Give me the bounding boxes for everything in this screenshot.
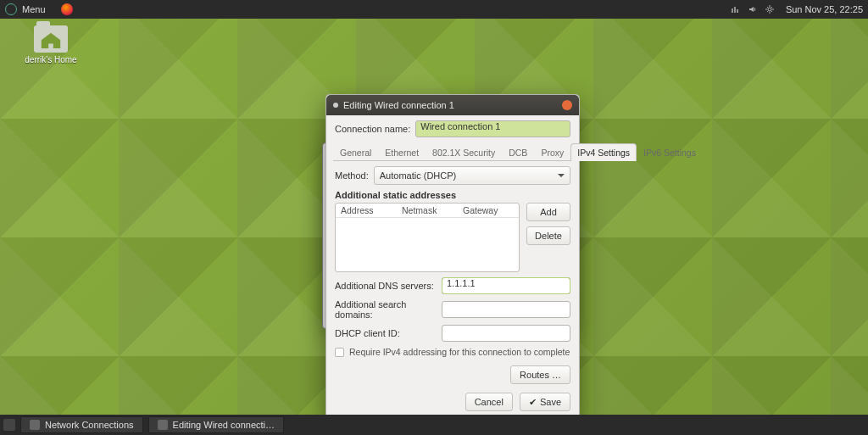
tabs: General Ethernet 802.1X Security DCB Pro… (333, 142, 572, 161)
tab-general[interactable]: General (333, 143, 378, 161)
dialog-titlebar[interactable]: Editing Wired connection 1 (326, 95, 579, 115)
require-ipv4-label: Require IPv4 addressing for this connect… (349, 347, 570, 357)
show-desktop-button[interactable] (3, 419, 15, 431)
dialog-title: Editing Wired connection 1 (343, 100, 454, 110)
task-label: Network Connections (45, 420, 134, 430)
network-tray-icon[interactable] (730, 3, 742, 15)
save-button[interactable]: ✔ Save (520, 393, 570, 411)
col-netmask: Netmask (397, 204, 458, 217)
dns-input[interactable]: 1.1.1.1 (442, 277, 570, 294)
task-network-connections[interactable]: Network Connections (20, 416, 143, 433)
search-domains-input[interactable] (442, 301, 570, 318)
editing-connection-icon (158, 420, 168, 430)
home-folder-label: derrik's Home (24, 55, 78, 64)
col-gateway: Gateway (458, 204, 519, 217)
dhcp-client-label: DHCP client ID: (335, 328, 435, 338)
require-ipv4-checkbox[interactable] (335, 348, 344, 357)
addresses-table[interactable]: Address Netmask Gateway (335, 203, 520, 272)
connection-name-label: Connection name: (335, 124, 410, 134)
window-menu-icon[interactable] (333, 103, 338, 108)
delete-button[interactable]: Delete (526, 226, 570, 245)
task-editing-connection[interactable]: Editing Wired connecti… (148, 416, 284, 433)
firefox-icon[interactable] (61, 3, 73, 15)
dns-label: Additional DNS servers: (335, 281, 435, 291)
col-address: Address (336, 204, 397, 217)
cancel-button[interactable]: Cancel (465, 393, 513, 411)
task-label: Editing Wired connecti… (173, 420, 275, 430)
search-domains-label: Additional search domains: (335, 299, 435, 320)
network-connections-icon (30, 420, 40, 430)
check-icon: ✔ (529, 397, 537, 408)
routes-button[interactable]: Routes … (510, 365, 570, 384)
menu-label[interactable]: Menu (22, 4, 46, 14)
home-folder-icon[interactable]: derrik's Home (24, 25, 78, 64)
close-icon[interactable] (562, 100, 572, 110)
bottom-panel: Network Connections Editing Wired connec… (0, 415, 868, 435)
menu-icon[interactable] (5, 3, 17, 15)
method-select[interactable]: Automatic (DHCP) (374, 166, 570, 185)
tab-dcb[interactable]: DCB (502, 143, 534, 161)
dhcp-client-input[interactable] (442, 325, 570, 342)
connection-name-input[interactable]: Wired connection 1 (415, 120, 570, 137)
tab-ethernet[interactable]: Ethernet (378, 143, 426, 161)
save-button-label: Save (540, 397, 561, 407)
volume-tray-icon[interactable] (747, 3, 759, 15)
settings-tray-icon[interactable] (764, 3, 776, 15)
tab-ipv6[interactable]: IPv6 Settings (637, 143, 703, 161)
svg-point-0 (768, 8, 771, 11)
method-label: Method: (335, 170, 369, 181)
addresses-title: Additional static addresses (335, 190, 570, 200)
add-button[interactable]: Add (526, 203, 570, 221)
top-panel: Menu Sun Nov 25, 22:25 (0, 0, 868, 19)
edit-connection-dialog: Editing Wired connection 1 Connection na… (326, 94, 580, 421)
tab-ipv4[interactable]: IPv4 Settings (570, 143, 637, 161)
chevron-down-icon (558, 174, 565, 181)
method-value: Automatic (DHCP) (380, 170, 456, 181)
tab-8021x[interactable]: 802.1X Security (426, 143, 502, 161)
tab-proxy[interactable]: Proxy (534, 143, 570, 161)
clock[interactable]: Sun Nov 25, 22:25 (786, 4, 863, 14)
